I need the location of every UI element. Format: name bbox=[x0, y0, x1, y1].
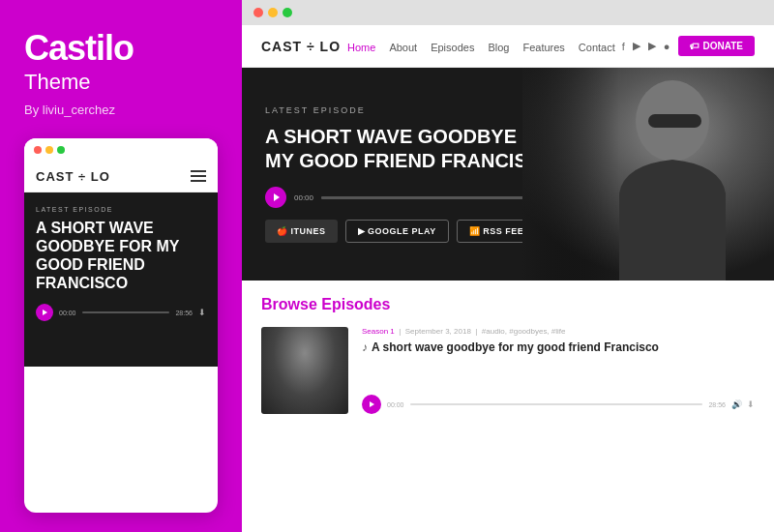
window-dots bbox=[34, 146, 65, 154]
episode-title-text: ♪ A short wave goodbye for my good frien… bbox=[362, 340, 755, 354]
browser-dot-red bbox=[253, 8, 263, 17]
browser-dot-green bbox=[283, 8, 292, 17]
mobile-hero: LATEST EPISODE A SHORT WAVE GOODBYE FOR … bbox=[24, 192, 218, 367]
dot-yellow bbox=[45, 146, 53, 154]
mobile-player: 00:00 28:56 ⬇ bbox=[36, 304, 206, 321]
episode-info: Season 1 | September 3, 2018 | #audio, #… bbox=[362, 327, 755, 414]
site-logo: CAST ÷ LO bbox=[261, 39, 341, 54]
mobile-logo: CAST ÷ LO bbox=[36, 169, 110, 184]
mobile-time-start: 00:00 bbox=[59, 310, 76, 316]
nav-item-features[interactable]: Features bbox=[522, 38, 564, 55]
nav-item-episodes[interactable]: Episodes bbox=[431, 38, 474, 55]
episode-volume-icon[interactable]: 🔊 bbox=[731, 399, 742, 409]
episode-play-button[interactable] bbox=[362, 395, 381, 414]
nav-link-episodes[interactable]: Episodes bbox=[431, 42, 474, 53]
svg-rect-3 bbox=[522, 68, 619, 281]
hero-time-start: 00:00 bbox=[294, 193, 313, 202]
right-panel: CAST ÷ LO Home About Episodes Blog Featu… bbox=[242, 0, 774, 532]
browser-dot-yellow bbox=[268, 8, 278, 17]
mobile-titlebar bbox=[24, 138, 218, 162]
play-icon[interactable]: ▶ bbox=[633, 40, 640, 52]
facebook-icon[interactable]: f bbox=[622, 41, 625, 52]
brand-title: Castilo bbox=[24, 29, 218, 68]
episode-download-icon[interactable]: ⬇ bbox=[747, 399, 755, 409]
nav-item-contact[interactable]: Contact bbox=[579, 38, 615, 55]
episode-tags: #audio, #goodbyes, #life bbox=[482, 327, 566, 336]
brand-subtitle: Theme bbox=[24, 70, 218, 95]
nav-item-about[interactable]: About bbox=[389, 38, 417, 55]
nav-link-home[interactable]: Home bbox=[347, 42, 375, 53]
hero-play-button[interactable] bbox=[265, 187, 286, 208]
mobile-download-icon[interactable]: ⬇ bbox=[198, 308, 206, 317]
browser-titlebar bbox=[242, 0, 774, 25]
episode-thumb-figure bbox=[261, 327, 348, 414]
browse-accent-text: Episodes bbox=[321, 296, 390, 312]
episode-player-row: 00:00 28:56 🔊 ⬇ bbox=[362, 395, 755, 414]
nav-link-features[interactable]: Features bbox=[522, 42, 564, 53]
episode-date: September 3, 2018 bbox=[405, 327, 471, 336]
episode-time-start: 00:00 bbox=[387, 401, 404, 408]
donate-icon: 🏷 bbox=[690, 41, 700, 51]
nav-item-blog[interactable]: Blog bbox=[488, 38, 509, 55]
mobile-play-button[interactable] bbox=[36, 304, 53, 321]
nav-item-home[interactable]: Home bbox=[347, 38, 375, 55]
google-play-button[interactable]: ▶ GOOGLE PLAY bbox=[345, 220, 449, 243]
nav-link-contact[interactable]: Contact bbox=[579, 42, 615, 53]
mobile-nav: CAST ÷ LO bbox=[24, 162, 218, 192]
mobile-latest-label: LATEST EPISODE bbox=[36, 206, 206, 213]
donate-button[interactable]: 🏷 DONATE bbox=[678, 36, 755, 56]
nav-link-about[interactable]: About bbox=[389, 42, 417, 53]
nav-social: f ▶ ▶ ● 🏷 DONATE bbox=[622, 36, 755, 56]
episode-title-label: A short wave goodbye for my good friend … bbox=[372, 340, 659, 354]
hero-portrait-svg bbox=[522, 68, 774, 281]
site-nav: CAST ÷ LO Home About Episodes Blog Featu… bbox=[242, 25, 774, 68]
hero-portrait bbox=[522, 68, 774, 281]
spotify-icon[interactable]: ● bbox=[664, 41, 670, 52]
dot-red bbox=[34, 146, 42, 154]
nav-links: Home About Episodes Blog Features Contac… bbox=[347, 38, 615, 55]
browser-content: CAST ÷ LO Home About Episodes Blog Featu… bbox=[242, 25, 774, 532]
episode-meta: Season 1 | September 3, 2018 | #audio, #… bbox=[362, 327, 755, 336]
episode-list: Season 1 | September 3, 2018 | #audio, #… bbox=[261, 327, 755, 414]
browse-header: Browse Episodes bbox=[261, 296, 755, 313]
episode-season: Season 1 bbox=[362, 327, 395, 336]
svg-rect-2 bbox=[648, 114, 701, 128]
episode-icons: 🔊 ⬇ bbox=[731, 399, 755, 409]
mobile-progress-bar[interactable] bbox=[82, 311, 170, 313]
dot-green bbox=[57, 146, 65, 154]
itunes-button[interactable]: 🍎 ITUNES bbox=[265, 220, 338, 243]
mobile-time-end: 28:56 bbox=[175, 310, 193, 316]
music-note-icon: ♪ bbox=[362, 340, 368, 354]
episode-progress-bar[interactable] bbox=[410, 403, 703, 405]
browse-section: Browse Episodes Season 1 | September 3, … bbox=[242, 281, 774, 532]
donate-label: DONATE bbox=[703, 41, 743, 51]
left-panel: Castilo Theme By liviu_cerchez CAST ÷ LO… bbox=[0, 0, 242, 532]
browse-static-text: Browse bbox=[261, 296, 321, 312]
brand-author: By liviu_cerchez bbox=[24, 103, 218, 117]
youtube-icon[interactable]: ▶ bbox=[648, 40, 656, 52]
mobile-episode-title: A SHORT WAVE GOODBYE FOR MY GOOD FRIEND … bbox=[36, 219, 206, 293]
mobile-mockup: CAST ÷ LO LATEST EPISODE A SHORT WAVE GO… bbox=[24, 138, 218, 513]
episode-time-end: 28:56 bbox=[708, 401, 726, 408]
episode-thumbnail bbox=[261, 327, 348, 414]
nav-link-blog[interactable]: Blog bbox=[488, 42, 509, 53]
site-hero: LATEST EPISODE A SHORT WAVE GOODBYE FOR … bbox=[242, 68, 774, 281]
hamburger-icon[interactable] bbox=[191, 170, 206, 182]
